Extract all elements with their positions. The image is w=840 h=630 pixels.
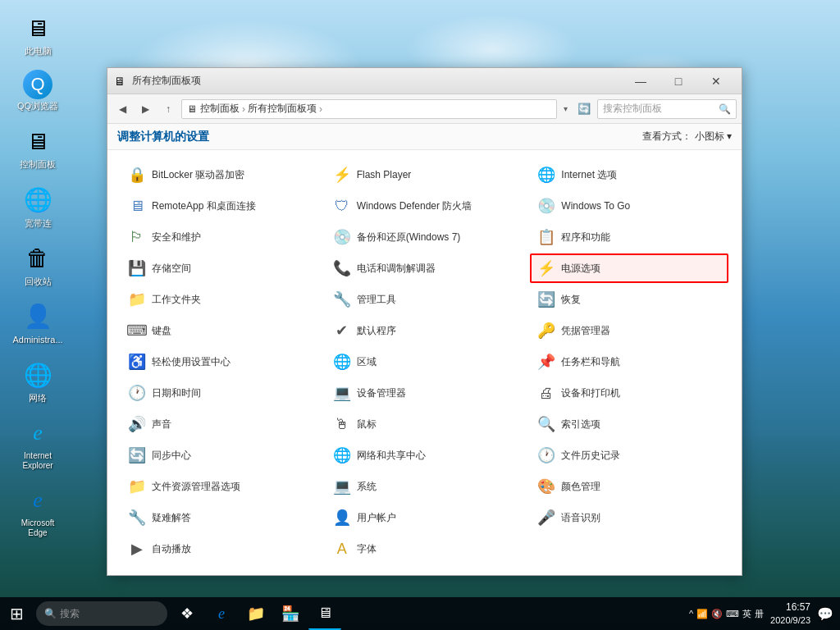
desktop-icon-network[interactable]: 🌐 网络	[8, 355, 67, 407]
control-item-文件历史记录[interactable]: 🕐文件历史记录	[530, 441, 728, 470]
control-item-恢复[interactable]: 🔄恢复	[530, 285, 728, 314]
desktop-icon-ie[interactable]: e Internet Explorer	[8, 413, 67, 474]
ie-icon: e	[21, 417, 54, 450]
content-area: 🔒BitLocker 驱动器加密🖥RemoteApp 和桌面连接🏳安全和维护💾存…	[107, 150, 742, 575]
item-icon: 💾	[127, 258, 147, 278]
control-item-文件资源管理器选项[interactable]: 📁文件资源管理器选项	[121, 472, 319, 501]
item-icon: A	[332, 539, 352, 559]
taskbar-item-explorer[interactable]: 📁	[240, 597, 272, 630]
control-item-日期和时间[interactable]: 🕐日期和时间	[121, 378, 319, 408]
control-item-程序和功能[interactable]: 📋程序和功能	[530, 222, 728, 252]
clock-date: 2020/9/23	[770, 614, 810, 627]
control-item-设备和打印机[interactable]: 🖨设备和打印机	[530, 378, 728, 408]
control-item-同步中心[interactable]: 🔄同步中心	[121, 441, 319, 470]
taskbar-clock[interactable]: 16:57 2020/9/23	[770, 600, 810, 627]
control-item-任务栏和导航[interactable]: 📌任务栏和导航	[530, 347, 728, 377]
control-item-语音识别[interactable]: 🎤语音识别	[530, 503, 728, 532]
page-heading: 调整计算机的设置	[117, 130, 642, 144]
systray-network[interactable]: 📶	[696, 609, 708, 619]
minimize-button[interactable]: —	[622, 68, 660, 94]
taskbar-item-control[interactable]: 🖥	[308, 597, 341, 630]
control-item-工作文件夹[interactable]: 📁工作文件夹	[121, 285, 319, 314]
item-icon: 🌐	[332, 352, 352, 372]
systray-expand[interactable]: ^	[689, 609, 693, 619]
close-button[interactable]: ✕	[697, 68, 735, 94]
dropdown-btn[interactable]: ▾	[564, 104, 568, 113]
desktop-icon-broadband[interactable]: 🌐 宽带连	[8, 180, 67, 232]
control-item-用户帐户[interactable]: 👤用户帐户	[326, 503, 524, 532]
taskbar-search[interactable]: 🔍 搜索	[36, 601, 167, 626]
control-item-Flash-Player[interactable]: ⚡Flash Player	[326, 160, 524, 189]
address-path[interactable]: 🖥 控制面板 › 所有控制面板项 ›	[181, 99, 557, 119]
refresh-button[interactable]: 🔄	[574, 99, 594, 119]
control-item-设备管理器[interactable]: 💻设备管理器	[326, 378, 524, 408]
broadband-label: 宽带连	[25, 218, 52, 229]
taskbar-right: ^ 📶 🔇 ⌨ 英 册 16:57 2020/9/23 💬	[682, 600, 840, 627]
item-label: 电源选项	[561, 262, 600, 276]
desktop-icon-admin[interactable]: 👤 Administra...	[8, 297, 67, 349]
control-item-电源选项[interactable]: ⚡电源选项	[530, 253, 728, 283]
item-icon: 🕐	[536, 445, 556, 465]
taskbar-item-edge[interactable]: e	[205, 597, 238, 630]
control-item-凭据管理器[interactable]: 🔑凭据管理器	[530, 316, 728, 345]
path-control[interactable]: 控制面板	[200, 102, 240, 116]
maximize-button[interactable]: □	[660, 68, 697, 94]
control-item-Internet-选项[interactable]: 🌐Internet 选项	[530, 160, 728, 189]
item-icon: ⚡	[332, 165, 352, 185]
window-title: 所有控制面板项	[132, 74, 622, 88]
control-item-疑难解答[interactable]: 🔧疑难解答	[121, 503, 319, 532]
taskbar-item-store[interactable]: 🏪	[274, 597, 307, 630]
control-item-轻松使用设置中心[interactable]: ♿轻松使用设置中心	[121, 347, 319, 377]
notification-button[interactable]: 💬	[817, 606, 833, 622]
start-button[interactable]: ⊞	[0, 597, 33, 630]
desktop-icon-pc[interactable]: 🖥 此电脑	[8, 8, 67, 60]
systray-sound[interactable]: 🔇	[711, 609, 723, 619]
control-item-BitLocker-驱动器加密[interactable]: 🔒BitLocker 驱动器加密	[121, 160, 319, 189]
control-item-Windows-Defender-防火墙[interactable]: 🛡Windows Defender 防火墙	[326, 191, 524, 221]
systray-ime[interactable]: ⌨	[726, 609, 739, 619]
desktop-icon-edge[interactable]: e Microsoft Edge	[8, 481, 67, 541]
item-label: 文件资源管理器选项	[152, 480, 240, 494]
control-item-索引选项[interactable]: 🔍索引选项	[530, 409, 728, 439]
desktop-icon-control[interactable]: 🖥 控制面板	[8, 121, 67, 173]
systray-lang[interactable]: 英	[742, 608, 751, 620]
control-item-安全和维护[interactable]: 🏳安全和维护	[121, 222, 319, 252]
view-mode-value[interactable]: 小图标 ▾	[695, 130, 732, 144]
desktop-icon-qq[interactable]: Q QQ浏览器	[8, 66, 67, 115]
control-item-声音[interactable]: 🔊声音	[121, 409, 319, 439]
search-box[interactable]: 搜索控制面板 🔍	[597, 99, 737, 119]
item-label: 网络和共享中心	[357, 449, 426, 463]
control-item-鼠标[interactable]: 🖱鼠标	[326, 409, 524, 439]
control-icon: 🖥	[21, 125, 54, 158]
control-item-存储空间[interactable]: 💾存储空间	[121, 253, 319, 283]
item-label: 声音	[152, 418, 171, 431]
view-mode[interactable]: 查看方式： 小图标 ▾	[642, 130, 732, 144]
desktop-icon-recycle[interactable]: 🗑 回收站	[8, 239, 67, 290]
item-label: 日期和时间	[152, 386, 201, 400]
control-item-网络和共享中心[interactable]: 🌐网络和共享中心	[326, 441, 524, 470]
forward-button[interactable]: ▶	[135, 99, 155, 119]
control-item-管理工具[interactable]: 🔧管理工具	[326, 285, 524, 314]
view-label: 查看方式：	[642, 130, 692, 144]
systray-dict[interactable]: 册	[755, 608, 764, 620]
control-item-电话和调制解调器[interactable]: 📞电话和调制解调器	[326, 253, 524, 283]
control-item-备份和还原(Windows-7)[interactable]: 💿备份和还原(Windows 7)	[326, 222, 524, 252]
path-all[interactable]: 所有控制面板项	[248, 102, 317, 116]
back-button[interactable]: ◀	[112, 99, 132, 119]
control-item-字体[interactable]: A字体	[326, 534, 524, 564]
control-item-系统[interactable]: 💻系统	[326, 472, 524, 501]
item-icon: 🔄	[127, 445, 147, 465]
control-item-区域[interactable]: 🌐区域	[326, 347, 524, 377]
path-pc-icon: 🖥	[187, 103, 197, 115]
taskbar-item-taskview[interactable]: ❖	[171, 597, 203, 630]
control-item-RemoteApp-和桌面连接[interactable]: 🖥RemoteApp 和桌面连接	[121, 191, 319, 221]
control-item-默认程序[interactable]: ✔默认程序	[326, 316, 524, 345]
item-icon: 🔄	[536, 290, 556, 309]
item-label: 键盘	[152, 324, 171, 338]
item-icon: 🏳	[127, 227, 147, 247]
control-item-颜色管理[interactable]: 🎨颜色管理	[530, 472, 728, 501]
up-button[interactable]: ↑	[158, 99, 178, 119]
control-item-键盘[interactable]: ⌨键盘	[121, 316, 319, 345]
control-item-自动播放[interactable]: ▶自动播放	[121, 534, 319, 564]
control-item-Windows-To-Go[interactable]: 💿Windows To Go	[530, 191, 728, 221]
